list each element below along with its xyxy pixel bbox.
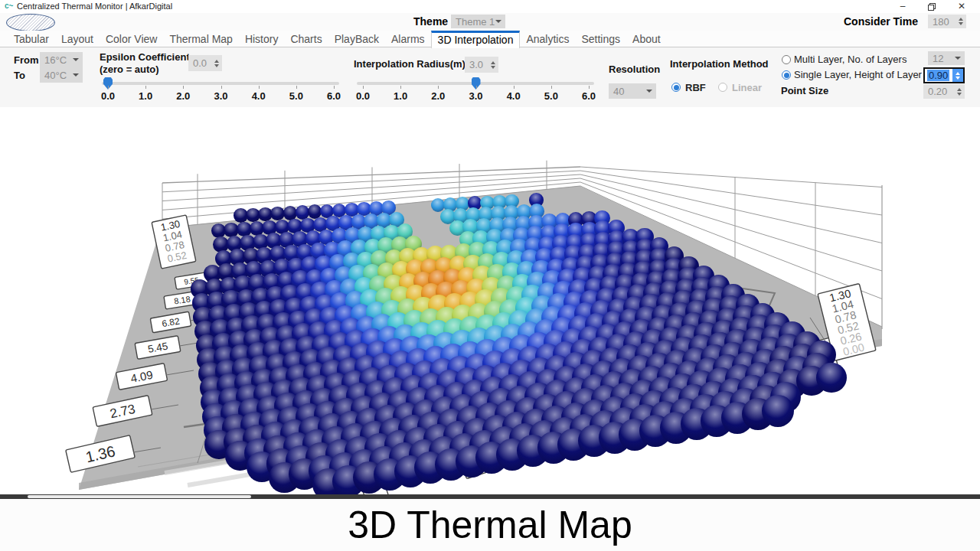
chevron-down-icon — [73, 58, 79, 61]
chevron-down-icon — [955, 57, 961, 60]
tab-settings[interactable]: Settings — [575, 31, 626, 47]
chevron-down-icon — [646, 90, 652, 93]
title-bar: c~ Centralized Thermal Monitor | AfkarDi… — [0, 0, 980, 13]
slider-tick — [334, 86, 335, 89]
slider-tick — [400, 86, 401, 89]
slider-tick-label: 0.0 — [95, 90, 121, 102]
single-layer-radio[interactable] — [782, 70, 791, 80]
tab-history[interactable]: History — [239, 31, 285, 47]
point-size-spinner[interactable]: 0.20 — [923, 84, 965, 99]
epsilon-spinner[interactable]: 0.0 — [188, 55, 222, 71]
slider-tick-label: 1.0 — [132, 90, 158, 102]
app-window: c~ Centralized Thermal Monitor | AfkarDi… — [0, 0, 980, 551]
slider-tick — [476, 86, 477, 89]
slider-tick-label: 6.0 — [576, 90, 602, 102]
slider-tick-label: 1.0 — [387, 90, 413, 102]
tab-tabular[interactable]: Tabular — [8, 31, 55, 47]
linear-radio — [718, 83, 727, 92]
resolution-label: Resolution — [609, 64, 660, 75]
tab-analytics[interactable]: Analytics — [520, 31, 575, 47]
single-layer-height-spinner[interactable]: 0.90 — [923, 67, 965, 83]
footer-caption-area: 3D Thermal Map — [0, 499, 980, 551]
slider-tick — [363, 86, 364, 89]
slider-tick-label: 5.0 — [283, 90, 309, 102]
slider-tick-label: 2.0 — [170, 90, 196, 102]
tab-bar: TabularLayoutColor ViewThermal MapHistor… — [0, 31, 980, 47]
slider-tick-label: 5.0 — [538, 90, 564, 102]
theme-label: Theme — [413, 15, 448, 28]
linear-radio-label: Linear — [732, 82, 762, 93]
minimize-button[interactable]: – — [890, 0, 915, 13]
radius-label: Interpolation Radius(m) — [354, 58, 466, 70]
to-label: To — [14, 70, 25, 81]
radius-spinner[interactable]: 3.0 — [465, 57, 498, 73]
spinner-arrows-icon[interactable] — [956, 18, 966, 25]
restore-button[interactable] — [920, 0, 944, 13]
epsilon-slider-track[interactable] — [102, 82, 339, 85]
slider-tick — [514, 86, 514, 89]
spinner-arrows-icon[interactable] — [488, 61, 498, 69]
from-label: From — [14, 54, 39, 66]
tab-color-view[interactable]: Color View — [100, 31, 163, 47]
slider-tick — [183, 86, 184, 89]
plot-3d-view[interactable]: 1.362.734.095.456.828.189.553.555.337.10… — [0, 107, 980, 494]
thermal-sphere — [816, 363, 847, 393]
slider-tick — [259, 86, 260, 89]
slider-tick — [296, 86, 297, 89]
slider-tick-label: 2.0 — [425, 90, 451, 102]
slider-tick — [221, 86, 222, 89]
app-icon: c~ — [5, 2, 13, 10]
interpolation-method-label: Interpolation Method — [670, 58, 769, 70]
spinner-arrows-icon[interactable] — [952, 69, 963, 82]
slider-tick — [589, 86, 590, 89]
slider-tick — [108, 86, 109, 89]
tab-thermal-map[interactable]: Thermal Map — [163, 31, 238, 47]
tab-alarms[interactable]: Alarms — [385, 31, 431, 47]
consider-time-spinner[interactable]: 180 — [928, 15, 966, 28]
tab-charts[interactable]: Charts — [284, 31, 328, 47]
epsilon-label-line2: (zero = auto) — [100, 64, 159, 75]
page-title: 3D Thermal Map — [348, 503, 632, 547]
epsilon-label-line1: Epsilon Coefficient — [100, 51, 190, 63]
slider-tick — [551, 86, 552, 89]
chevron-down-icon — [73, 73, 79, 77]
rbf-radio-label: RBF — [685, 82, 706, 93]
close-button[interactable]: ✕ — [949, 0, 974, 13]
menu-bar: Theme Theme 1 Consider Time 180 — [0, 13, 980, 31]
slider-tick-label: 6.0 — [321, 90, 347, 102]
point-size-label: Point Size — [781, 85, 828, 96]
tab-3d-interpolation[interactable]: 3D Interpolation — [431, 31, 521, 48]
multi-layer-radio[interactable] — [782, 55, 791, 64]
slider-tick-label: 0.0 — [350, 90, 376, 102]
slider-tick-label: 4.0 — [246, 90, 272, 102]
thermal-sphere — [762, 395, 794, 427]
tab-layout[interactable]: Layout — [55, 31, 100, 47]
slider-tick — [438, 86, 439, 89]
controls-panel: From 16°C To 40°C Epsilon Coefficient (z… — [0, 47, 980, 107]
restore-icon — [928, 3, 936, 11]
tab-about[interactable]: About — [626, 31, 667, 47]
slider-tick — [145, 86, 146, 89]
from-select[interactable]: 16°C — [40, 52, 83, 67]
rbf-radio[interactable] — [671, 83, 681, 92]
slider-tick-label: 3.0 — [208, 90, 234, 102]
theme-select[interactable]: Theme 1 — [451, 15, 505, 28]
spinner-arrows-icon[interactable] — [211, 60, 222, 67]
chevron-down-icon — [495, 20, 501, 23]
window-title: Centralized Thermal Monitor | AfkarDigit… — [17, 2, 172, 11]
to-select[interactable]: 40°C — [40, 67, 83, 83]
slider-tick-label: 4.0 — [501, 90, 527, 102]
thermal-sphere-field — [0, 107, 980, 494]
resolution-select[interactable]: 40 — [609, 83, 656, 99]
consider-time-label: Consider Time — [844, 15, 918, 28]
single-layer-label: Single Layer, Height of Layer — [794, 69, 922, 80]
spinner-arrows-icon[interactable] — [954, 88, 965, 96]
multi-layer-select[interactable]: 12 — [928, 51, 965, 65]
scrollbar-thumb[interactable] — [28, 495, 251, 498]
slider-tick-label: 3.0 — [463, 90, 489, 102]
multi-layer-label: Multi Layer, No. of Layers — [794, 54, 906, 65]
company-logo — [6, 14, 55, 31]
tab-playback[interactable]: PlayBack — [328, 31, 385, 47]
